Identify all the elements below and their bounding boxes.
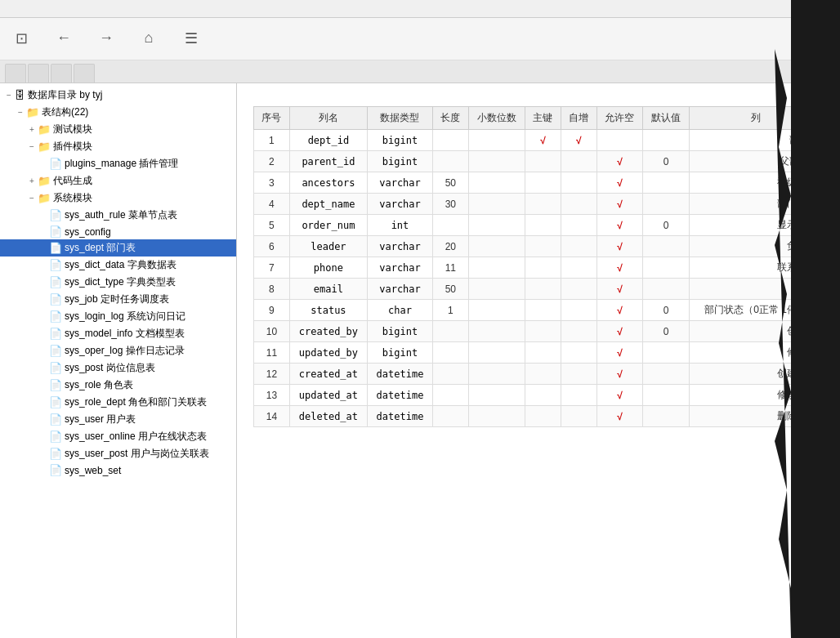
cell-12-7: √ [596,385,643,406]
sidebar-item-label: sys_oper_log 操作日志记录 [65,344,185,358]
home-button[interactable]: ⌂ [134,29,163,48]
forward-button[interactable]: → [92,29,121,48]
check-mark: √ [540,135,546,146]
cell-7-8 [643,279,690,300]
sidebar-item-plugin-module[interactable]: −📁插件模块 [0,138,236,155]
sidebar-item-label: sys_model_info 文档模型表 [65,327,185,341]
sidebar-item-sys-module[interactable]: −📁系统模块 [0,190,236,207]
cell-8-0: 9 [254,300,290,321]
sidebar-item-label: 表结构(22) [42,105,88,119]
expand-icon: − [26,142,38,151]
hide-button[interactable]: ⊡ [7,29,36,49]
sidebar-item-sys-user-online[interactable]: 📄sys_user_online 用户在线状态表 [0,428,236,445]
sidebar-item-sys-model-info[interactable]: 📄sys_model_info 文档模型表 [0,325,236,342]
cell-7-4 [468,279,525,300]
table-row: 5order_numint√0显示顺序 [254,215,824,236]
sidebar-item-label: 数据库目录 by tyj [28,88,102,102]
sidebar-item-sys-config[interactable]: 📄sys_config [0,224,236,239]
cell-2-6 [561,172,596,194]
cell-2-7: √ [596,172,643,194]
cell-13-4 [468,406,525,427]
sidebar-item-sys-dept[interactable]: 📄sys_dept 部门表 [0,239,236,257]
cell-4-2: int [368,215,433,236]
sidebar-item-sys-dict-type[interactable]: 📄sys_dict_type 字典类型表 [0,274,236,291]
cell-12-2: datetime [368,385,433,406]
cell-0-5: √ [525,130,561,151]
cell-13-2: datetime [368,406,433,427]
cell-11-3 [432,364,468,385]
sidebar-item-label: 插件模块 [53,140,92,154]
cell-12-1: updated_at [289,385,367,406]
tab-index[interactable] [28,64,49,83]
table-row: 12created_atdatetime√创建时间 [254,364,824,385]
cell-1-5 [525,151,561,172]
cell-7-5 [525,279,561,300]
cell-0-3 [432,130,468,151]
cell-7-3: 50 [432,279,468,300]
cell-7-0: 8 [254,279,290,300]
cell-0-8 [643,130,690,151]
back-button[interactable]: ← [49,29,78,48]
sidebar-item-sys-user[interactable]: 📄sys_user 用户表 [0,411,236,428]
sidebar-item-test-module[interactable]: +📁测试模块 [0,121,236,138]
cell-3-2: varchar [368,194,433,215]
check-mark: √ [617,199,623,210]
sidebar-item-plugins-manage[interactable]: 📄plugins_manage 插件管理 [0,155,236,172]
node-icon: 📄 [49,259,62,271]
node-icon: 📄 [49,396,62,408]
sidebar: −🗄数据库目录 by tyj−📁表结构(22)+📁测试模块−📁插件模块📄plug… [0,83,237,638]
cell-8-5 [525,300,561,321]
column-header-8: 默认值 [643,107,690,130]
node-icon: 📄 [49,379,62,391]
cell-1-7: √ [596,151,643,172]
sidebar-item-db-root[interactable]: −🗄数据库目录 by tyj [0,87,236,104]
tab-catalog[interactable] [5,64,26,83]
cell-1-4 [468,151,525,172]
check-mark: √ [617,411,623,422]
cell-6-0: 7 [254,257,290,279]
sidebar-item-sys-dict-data[interactable]: 📄sys_dict_data 字典数据表 [0,257,236,274]
sidebar-item-sys-web-set[interactable]: 📄sys_web_set [0,462,236,478]
cell-1-2: bigint [368,151,433,172]
sidebar-item-code-gen[interactable]: +📁代码生成 [0,172,236,190]
sidebar-item-sys-role[interactable]: 📄sys_role 角色表 [0,377,236,394]
cell-0-6: √ [561,130,596,151]
sidebar-item-sys-user-post[interactable]: 📄sys_user_post 用户与岗位关联表 [0,445,236,462]
node-icon: 📄 [49,293,62,306]
sidebar-item-sys-oper-log[interactable]: 📄sys_oper_log 操作日志记录 [0,342,236,359]
options-icon: ☰ [185,29,198,47]
sidebar-item-sys-job[interactable]: 📄sys_job 定时任务调度表 [0,291,236,308]
check-mark: √ [617,262,623,274]
cell-9-3 [432,321,468,342]
tab-search[interactable] [51,64,72,83]
node-icon: 📁 [26,106,39,118]
sidebar-item-sys-post[interactable]: 📄sys_post 岗位信息表 [0,359,236,377]
sidebar-item-label: sys_dept 部门表 [65,241,136,255]
sidebar-item-label: sys_dict_type 字典类型表 [65,275,176,289]
table-row: 10created_bybigint√0创建人 [254,321,824,342]
cell-8-2: char [368,300,433,321]
sidebar-item-label: sys_config [65,226,111,238]
cell-1-0: 2 [254,151,290,172]
node-icon: 📄 [49,345,62,357]
check-mark: √ [617,156,623,167]
cell-10-2: bigint [368,342,433,364]
sidebar-item-sys-role-dept[interactable]: 📄sys_role_dept 角色和部门关联表 [0,394,236,411]
column-table: 序号列名数据类型长度小数位数主键自增允许空默认值列 1dept_idbigint… [253,106,824,427]
cell-9-7: √ [596,321,643,342]
sidebar-item-label: 代码生成 [53,174,92,188]
cell-6-5 [525,257,561,279]
cell-10-4 [468,342,525,364]
sidebar-item-sys-login-log[interactable]: 📄sys_login_log 系统访问日记 [0,308,236,325]
expand-icon: − [15,108,26,117]
tab-favorites[interactable] [74,64,95,83]
hide-icon: ⊡ [16,29,28,47]
cell-11-6 [561,364,596,385]
cell-3-0: 4 [254,194,290,215]
sidebar-item-sys-auth-rule[interactable]: 📄sys_auth_rule 菜单节点表 [0,207,236,224]
options-button[interactable]: ☰ [176,29,206,49]
sidebar-item-struct[interactable]: −📁表结构(22) [0,104,236,121]
sidebar-item-label: sys_role_dept 角色和部门关联表 [65,395,207,409]
table-row: 3ancestorsvarchar50√祖级列表 [254,172,824,194]
node-icon: 📄 [49,448,62,460]
